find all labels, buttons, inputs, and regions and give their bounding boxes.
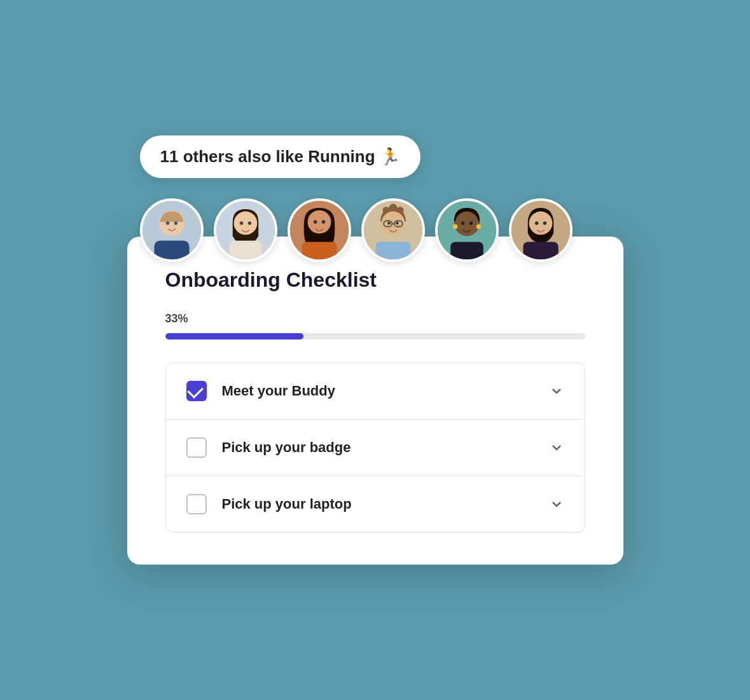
progress-label: 33% [165,312,585,326]
chevron-icon-2[interactable] [549,440,564,455]
svg-point-34 [452,224,457,229]
svg-point-20 [389,204,397,212]
chevron-icon-3[interactable] [549,497,564,512]
avatar[interactable] [435,198,499,262]
svg-point-4 [174,221,177,225]
item-label-3: Pick up your laptop [222,496,549,512]
progress-bar-container [165,333,585,340]
svg-point-3 [165,221,169,225]
avatar[interactable] [509,198,573,262]
svg-point-14 [313,220,317,224]
svg-point-41 [543,221,546,225]
avatar-row [127,198,573,262]
card-title: Onboarding Checklist [165,268,585,292]
svg-rect-36 [450,242,483,259]
checklist-item-1[interactable]: Meet your Buddy [166,363,585,420]
svg-point-32 [461,221,464,225]
svg-point-35 [476,224,480,229]
avatar[interactable] [140,198,204,262]
checklist: Meet your Buddy Pick up your badge [165,362,585,533]
avatar[interactable] [214,198,277,262]
item-label-1: Meet your Buddy [222,383,549,399]
avatar[interactable] [288,198,351,262]
notification-pill[interactable]: 11 others also like Running 🏃 [140,135,420,178]
checklist-item-2[interactable]: Pick up your badge [166,420,585,476]
svg-point-8 [239,221,243,225]
avatar[interactable] [361,198,425,262]
svg-rect-10 [229,241,262,259]
checklist-item-3[interactable]: Pick up your laptop [166,476,585,532]
svg-point-9 [247,221,251,225]
onboarding-card: Onboarding Checklist 33% Meet your Buddy… [127,237,623,565]
item-label-2: Pick up your badge [222,439,549,456]
svg-point-27 [396,222,399,225]
svg-rect-2 [154,241,189,259]
svg-rect-28 [375,242,410,259]
main-container: 11 others also like Running 🏃 [127,135,623,565]
svg-rect-16 [302,242,337,259]
checkbox-2[interactable] [186,437,207,458]
svg-point-33 [469,221,473,225]
svg-point-26 [387,222,391,225]
progress-bar-fill [165,333,304,340]
svg-point-15 [321,220,325,224]
svg-point-40 [534,221,538,225]
checkbox-1[interactable] [186,381,207,401]
svg-rect-42 [523,242,558,259]
checkbox-3[interactable] [186,494,207,514]
notification-text: 11 others also like Running 🏃 [160,147,400,166]
chevron-icon-1[interactable] [549,383,564,399]
svg-point-13 [307,210,331,234]
